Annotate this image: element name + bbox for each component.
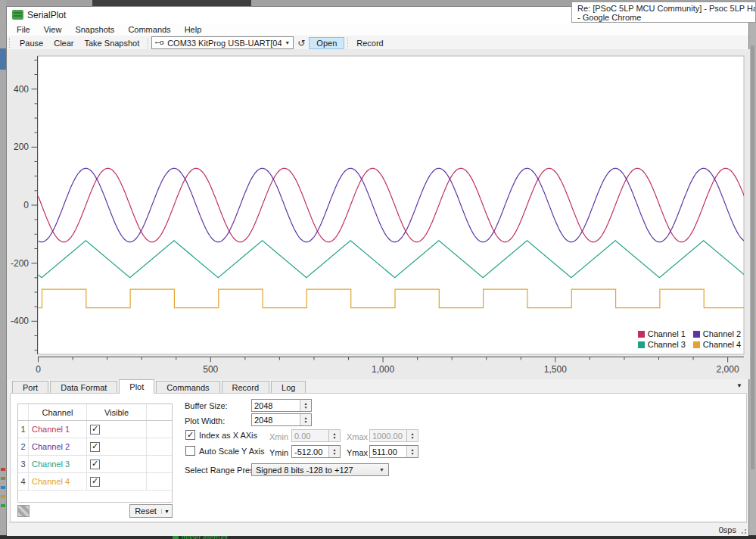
- menu-view[interactable]: View: [37, 23, 69, 36]
- tab-plot[interactable]: Plot: [119, 379, 154, 394]
- panel-menu-button[interactable]: ▼: [736, 382, 742, 389]
- channels-table: Channel Visible 1 Channel 1 2 Channel 2 …: [17, 403, 173, 503]
- toolbar: Pause Clear Take Snapshot COM33 KitProg …: [7, 36, 748, 50]
- channel1-visible-checkbox[interactable]: [90, 425, 100, 435]
- menu-help[interactable]: Help: [178, 23, 209, 36]
- chart-legend: Channel 1 Channel 2 Channel 3 Channel 4: [638, 329, 741, 349]
- gradient-palette-button[interactable]: [17, 505, 30, 517]
- ymin-spinbox[interactable]: -512.00 ▲▼: [291, 445, 341, 458]
- channel3-swatch: [638, 341, 645, 348]
- legend-item-channel3[interactable]: Channel 3: [638, 340, 686, 349]
- desktop-background-left: [0, 0, 6, 539]
- legend-item-channel2[interactable]: Channel 2: [693, 329, 741, 338]
- legend-item-channel1[interactable]: Channel 1: [638, 329, 686, 338]
- background-window-titlebar: [92, 0, 251, 6]
- taskbar-tooltip: Re: [PSoC 5LP MCU Community] - Psoc 5LP …: [571, 2, 756, 23]
- tab-port[interactable]: Port: [12, 381, 48, 394]
- channel4-visible-checkbox[interactable]: [90, 477, 100, 487]
- ymax-spinbox[interactable]: 511.00 ▲▼: [369, 445, 418, 458]
- auto-scale-y-checkbox[interactable]: Auto Scale Y Axis: [185, 446, 264, 456]
- svg-text:1,000: 1,000: [372, 364, 394, 375]
- tab-log[interactable]: Log: [271, 381, 306, 394]
- plot-area[interactable]: 4002000-200-40005001,0001,5002,000 Chann…: [7, 49, 750, 379]
- channel1-swatch: [638, 331, 645, 338]
- port-select-value: COM33 KitProg USB-UART[04b4:f139]: [167, 39, 282, 48]
- reset-button[interactable]: Reset ▼: [129, 504, 173, 518]
- reset-dropdown-arrow[interactable]: ▼: [161, 509, 172, 514]
- xmin-spinbox: 0.00 ▲▼: [291, 429, 341, 442]
- channel2-swatch: [693, 331, 700, 338]
- resize-grip[interactable]: [739, 527, 747, 534]
- port-select[interactable]: COM33 KitProg USB-UART[04b4:f139] ▼: [151, 36, 294, 49]
- checkbox-icon[interactable]: [185, 430, 195, 440]
- legend-label: Channel 1: [648, 329, 686, 338]
- buffer-size-label: Buffer Size:: [185, 401, 228, 410]
- background-chip: [1, 477, 5, 480]
- background-chip: [1, 495, 5, 498]
- channel2-visible-checkbox[interactable]: [90, 442, 100, 452]
- tooltip-line2: - Google Chrome: [577, 13, 750, 22]
- channel3-visible-checkbox[interactable]: [90, 460, 100, 469]
- legend-item-channel4[interactable]: Channel 4: [693, 340, 741, 349]
- take-snapshot-button[interactable]: Take Snapshot: [79, 37, 145, 49]
- menu-bar: File View Snapshots Commands Help: [7, 23, 748, 36]
- spin-arrows[interactable]: ▲▼: [300, 400, 311, 411]
- channel1-name[interactable]: Channel 1: [29, 421, 87, 438]
- svg-text:0: 0: [23, 200, 29, 210]
- toolbar-separator: [347, 38, 348, 48]
- spin-arrows: ▲▼: [406, 430, 418, 441]
- plot-width-label: Plot Width:: [185, 416, 225, 425]
- menu-snapshots[interactable]: Snapshots: [68, 23, 121, 36]
- range-preset-select[interactable]: Signed 8 bits -128 to +127 ▼: [251, 463, 389, 476]
- samples-per-second: 0sps: [719, 525, 736, 534]
- channel4-name[interactable]: Channel 4: [29, 473, 87, 490]
- column-header-channel: Channel: [29, 404, 87, 420]
- panel-tabs: Port Data Format Plot Commands Record Lo…: [7, 379, 748, 394]
- open-port-button[interactable]: Open: [309, 37, 344, 49]
- window-title: SerialPlot: [27, 10, 66, 20]
- column-header-visible: Visible: [87, 404, 147, 420]
- spin-arrows[interactable]: ▲▼: [328, 446, 340, 457]
- tab-data-format[interactable]: Data Format: [50, 381, 117, 394]
- background-chip: [1, 468, 5, 471]
- app-icon: [12, 10, 23, 20]
- table-row: 1 Channel 1: [18, 421, 172, 438]
- svg-text:1,500: 1,500: [544, 364, 567, 375]
- background-blue-item: [0, 48, 6, 70]
- table-row: 4 Channel 4: [18, 473, 172, 491]
- svg-text:400: 400: [14, 84, 29, 95]
- legend-label: Channel 4: [703, 340, 741, 349]
- svg-text:0: 0: [36, 364, 41, 375]
- chevron-down-icon: ▼: [379, 467, 384, 472]
- menu-file[interactable]: File: [10, 23, 37, 36]
- svg-text:-200: -200: [11, 258, 29, 269]
- toolbar-separator: [148, 38, 148, 48]
- menu-commands[interactable]: Commands: [121, 23, 177, 36]
- usb-icon: [155, 39, 164, 46]
- tab-record[interactable]: Record: [222, 381, 269, 394]
- spin-arrows[interactable]: ▲▼: [406, 446, 418, 457]
- channel2-name[interactable]: Channel 2: [29, 438, 87, 455]
- status-bar: 0sps: [7, 522, 748, 536]
- index-x-axis-checkbox[interactable]: Index as X AXis: [185, 430, 257, 440]
- spin-arrows: ▲▼: [328, 430, 340, 441]
- refresh-ports-button[interactable]: ↺: [294, 38, 309, 48]
- pause-button[interactable]: Pause: [14, 37, 48, 49]
- background-chip: [1, 486, 5, 489]
- buffer-size-spinbox[interactable]: 2048 ▲▼: [251, 399, 312, 412]
- background-chip: [1, 504, 5, 507]
- channel3-name[interactable]: Channel 3: [29, 456, 87, 472]
- serialplot-window: SerialPlot File View Snapshots Commands …: [6, 6, 749, 535]
- record-button[interactable]: Record: [351, 37, 388, 49]
- svg-text:-400: -400: [11, 316, 29, 326]
- chevron-down-icon: ▼: [285, 40, 290, 45]
- table-header-row: Channel Visible: [18, 404, 172, 421]
- toolbar-grip[interactable]: [9, 38, 12, 48]
- clear-button[interactable]: Clear: [48, 37, 79, 49]
- checkbox-icon[interactable]: [185, 446, 195, 456]
- tooltip-line1: Re: [PSoC 5LP MCU Community] - Psoc 5LP …: [577, 4, 750, 13]
- svg-text:2,000: 2,000: [717, 364, 739, 375]
- spin-arrows[interactable]: ▲▼: [300, 414, 311, 425]
- plot-width-spinbox[interactable]: 2048 ▲▼: [251, 413, 312, 426]
- tab-commands[interactable]: Commands: [156, 381, 219, 394]
